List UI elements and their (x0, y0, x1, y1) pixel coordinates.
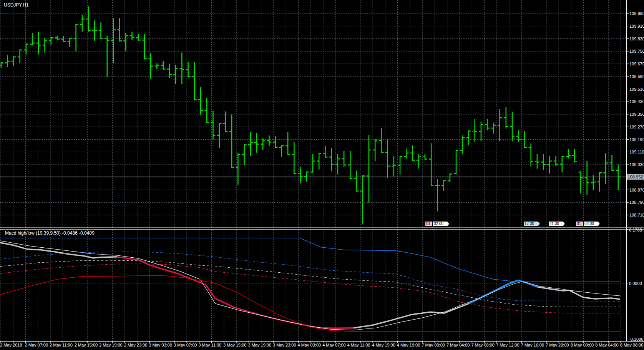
chart-title: USDJPY,H1 (4, 2, 28, 8)
macd-main-thick (85, 256, 93, 258)
price-axis-label: 109.830 (629, 37, 644, 41)
indicator-label: Macd high/low (19,39,9,50) -0.0486 -0.04… (5, 230, 95, 236)
macd-main-thick (41, 250, 55, 252)
macd-main-thick (0, 243, 14, 245)
time-axis-label: 2 May 23:00 (124, 343, 148, 347)
time-axis-label: 3 May 07:00 (174, 343, 197, 347)
macd-main-thick (538, 287, 544, 288)
time-tag-label: 01: (425, 221, 433, 227)
time-tag[interactable]: 01:02:00 (576, 221, 600, 227)
indicator-scale-max: 0.1788 (629, 228, 642, 232)
time-axis-label: 4 May 11:00 (347, 343, 370, 347)
time-tag-label: 21:30 (549, 222, 565, 226)
macd-main-thick (206, 285, 215, 298)
high-envelope (0, 238, 620, 281)
indicator-scale-zero: 0.0000 (629, 281, 642, 286)
time-axis-label: 3 May 11:00 (198, 343, 221, 347)
macd-main-thick (215, 298, 224, 302)
macd-main-thick (583, 297, 595, 299)
macd-main-thick (493, 284, 508, 292)
time-axis-label: 2 May 19:00 (99, 343, 123, 347)
macd-main-thick (411, 312, 430, 315)
time-axis-label: 2 May 2018 (0, 343, 22, 347)
price-axis-label: 109.670 (629, 62, 644, 66)
macd-main-thick (149, 265, 162, 269)
price-axis-label: 109.990 (629, 11, 644, 16)
indicator-scale-min: -0.1880 (629, 337, 643, 342)
price-axis-label: 109.030 (629, 162, 644, 167)
time-axis-label: 7 May 20:00 (546, 343, 569, 347)
time-tag-label: 02:00 (433, 222, 449, 226)
time-axis-label: 7 May 08:00 (471, 343, 495, 347)
time-axis-label: 8 May 00:00 (571, 343, 594, 347)
time-axis-label: 4 May 15:00 (372, 343, 395, 347)
macd-main-thick (595, 298, 611, 299)
trading-chart-window: 109.990109.910109.830109.750109.670109.5… (0, 0, 644, 350)
macd-main-thick (100, 257, 117, 257)
macd-main-thick (373, 320, 392, 325)
price-axis-label: 108.710 (629, 213, 644, 217)
macd-main-thick (130, 259, 139, 260)
macd-main-thick (27, 249, 41, 250)
time-tag-label: 02:00 (584, 222, 600, 226)
macd-main-thick (93, 257, 100, 258)
ohlc-bars (0, 7, 621, 225)
macd-main-thick (611, 298, 620, 299)
price-axis-label: 109.910 (629, 24, 644, 28)
price-axis-label: 109.270 (629, 125, 644, 129)
lower-dashed (0, 264, 620, 313)
time-axis-label: 3 May 03:00 (149, 343, 172, 347)
time-axis-label: 4 May 07:00 (322, 343, 346, 347)
macd-main-thick (444, 303, 469, 313)
time-axis-label: 7 May 16:00 (521, 343, 544, 347)
time-tag[interactable]: 17:30 (523, 221, 540, 227)
price-axis-label: 109.430 (629, 99, 644, 104)
macd-main-thick (69, 254, 85, 256)
price-axis-label: 109.110 (629, 150, 644, 154)
time-axis-label: 4 May 03:00 (298, 343, 321, 347)
current-price-badge: 108.952 (627, 174, 644, 180)
time-axis-label: 8 May 08:00 (620, 343, 644, 347)
time-axis-label: 3 May 23:00 (273, 343, 296, 347)
chart-canvas[interactable]: 109.990109.910109.830109.750109.670109.5… (0, 0, 644, 350)
time-axis-label: 3 May 19:00 (248, 343, 272, 347)
price-axis-label: 108.870 (629, 188, 644, 192)
time-axis-label: 7 May 00:00 (422, 343, 445, 347)
time-axis-label: 4 May 19:00 (397, 343, 420, 347)
time-axis-label: 7 May 04:00 (446, 343, 470, 347)
time-axis-label: 7 May 12:00 (496, 343, 520, 347)
time-tag[interactable]: 01:02:00 (425, 221, 450, 227)
macd-main-thick (569, 290, 583, 297)
macd-signal (0, 241, 620, 330)
price-axis-label: 109.750 (629, 49, 644, 53)
time-axis-label: 2 May 11:00 (50, 343, 73, 347)
time-tag-label: 17:30 (524, 222, 540, 226)
macd-main-thick (55, 252, 69, 254)
price-axis-label: 109.190 (629, 137, 644, 142)
time-axis-label: 8 May 04:00 (595, 343, 619, 347)
price-axis-label: 109.350 (629, 112, 644, 117)
time-axis-label: 2 May 15:00 (75, 343, 98, 347)
price-axis-label: 109.510 (629, 87, 644, 92)
time-axis-label: 2 May 07:00 (25, 343, 48, 347)
price-axis-label: 109.590 (629, 74, 644, 79)
macd-main-thick (526, 283, 538, 287)
macd-main-thick (563, 290, 569, 291)
macd-main-thick (354, 325, 373, 328)
macd-main-thick (392, 315, 411, 320)
macd-main-thick (544, 288, 563, 291)
time-tag[interactable]: 21:30 (548, 221, 565, 227)
price-axis-label: 108.790 (629, 200, 644, 205)
macd-main-thick (247, 311, 261, 315)
time-axis-label: 3 May 15:00 (223, 343, 247, 347)
macd-main-thick (14, 245, 27, 249)
time-tag-label: 01: (576, 221, 583, 227)
